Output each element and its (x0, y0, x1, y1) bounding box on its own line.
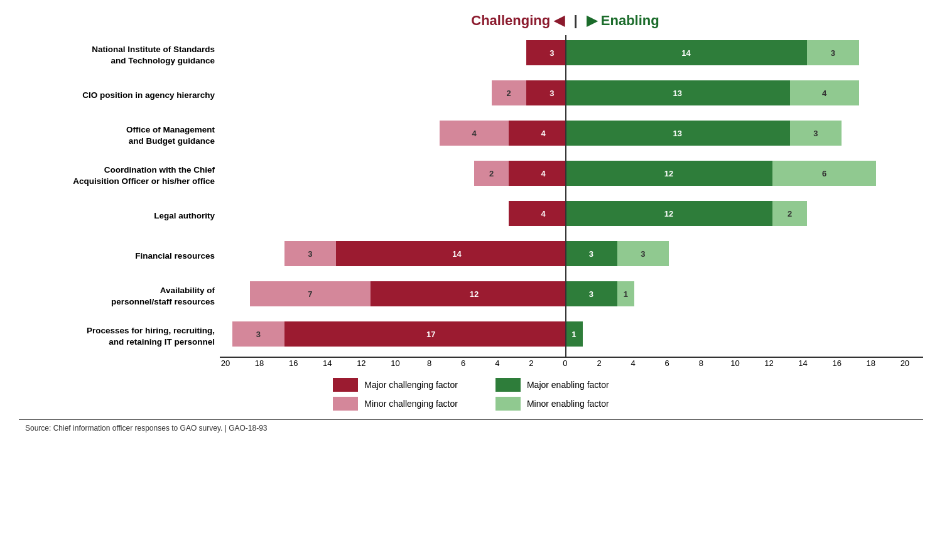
legend-item-left-1: Minor challenging factor (333, 397, 458, 411)
legend-box (495, 378, 521, 392)
major-enabling-bar: 13 (565, 121, 790, 145)
major-challenging-bar: 14 (336, 241, 578, 266)
legend-label: Major challenging factor (364, 380, 458, 390)
bar-row-4: 4122 (220, 196, 923, 231)
minor-challenging-bar: 2 (492, 80, 526, 105)
axis-label: 18 (254, 358, 265, 368)
axis-label: 20 (220, 358, 231, 368)
axis-label: 20 (899, 358, 911, 368)
minor-enabling-bar: 1 (617, 281, 635, 306)
row-label-4: Legal authority (19, 196, 220, 236)
legend-label: Major enabling factor (527, 380, 609, 390)
minor-enabling-bar: 2 (772, 201, 807, 225)
bar-row-0: 3143 (220, 35, 923, 70)
bar-row-6: 71231 (220, 276, 923, 311)
legend-label: Minor enabling factor (527, 399, 609, 409)
axis-label: 16 (831, 358, 843, 368)
axis-label: 18 (865, 358, 877, 368)
axis-label: 2 (526, 358, 537, 368)
title-enabling: Enabling (601, 13, 659, 28)
axis-label: 6 (458, 358, 469, 368)
major-enabling-bar: 12 (565, 161, 772, 185)
minor-enabling-bar: 3 (807, 40, 859, 65)
major-enabling-bar: 13 (565, 80, 790, 105)
minor-challenging-bar: 3 (232, 321, 284, 346)
minor-enabling-bar: 6 (772, 161, 876, 185)
row-label-6: Availability ofpersonnel/staff resources (19, 276, 220, 316)
arrow-left-icon: ◀ (554, 13, 565, 28)
major-enabling-bar: 3 (565, 241, 617, 266)
bar-row-7: 3171 (220, 316, 923, 352)
legend: Major challenging factorMinor challengin… (19, 378, 923, 411)
bar-row-3: 24126 (220, 156, 923, 191)
row-label-0: National Institute of Standardsand Techn… (19, 35, 220, 75)
axis-label: 14 (798, 358, 809, 368)
axis-label: 4 (627, 358, 639, 368)
minor-enabling-bar: 4 (790, 80, 859, 105)
row-label-1: CIO position in agency hierarchy (19, 75, 220, 116)
minor-challenging-bar: 4 (440, 121, 509, 145)
row-label-7: Processes for hiring, recruiting,and ret… (19, 316, 220, 357)
bars-area: 3143231344413324126412231433712313171 (220, 35, 923, 357)
major-enabling-bar: 1 (565, 321, 583, 346)
axis-label: 14 (322, 358, 333, 368)
arrow-right-icon: ▶ (587, 13, 601, 28)
minor-enabling-bar: 3 (617, 241, 669, 266)
axis-label: 12 (764, 358, 775, 368)
axis-label: 0 (560, 358, 571, 368)
chart-title: Challenging ◀ | ▶ Enabling (19, 13, 923, 29)
major-enabling-bar: 3 (565, 281, 617, 306)
legend-box (495, 397, 521, 411)
axis-label: 10 (729, 358, 740, 368)
legend-right: Major enabling factorMinor enabling fact… (495, 378, 609, 411)
minor-challenging-bar: 2 (474, 161, 509, 185)
axis-label: 6 (661, 358, 673, 368)
major-enabling-bar: 14 (565, 40, 807, 65)
minor-challenging-bar: 7 (250, 281, 371, 306)
row-label-3: Coordination with the ChiefAcquisition O… (19, 156, 220, 196)
legend-item-left-0: Major challenging factor (333, 378, 458, 392)
legend-box (333, 397, 358, 411)
title-challenging: Challenging (471, 13, 550, 28)
axis-label: 4 (492, 358, 503, 368)
axis-label: 10 (389, 358, 401, 368)
bar-row-5: 31433 (220, 236, 923, 271)
major-challenging-bar: 17 (284, 321, 578, 346)
axis-label: 2 (593, 358, 605, 368)
axis-label: 16 (288, 358, 299, 368)
row-label-2: Office of Managementand Budget guidance (19, 116, 220, 156)
axis-label: 8 (695, 358, 706, 368)
bar-row-1: 23134 (220, 75, 923, 110)
legend-item-right-1: Minor enabling factor (495, 397, 609, 411)
row-label-5: Financial resources (19, 236, 220, 276)
minor-enabling-bar: 3 (790, 121, 842, 145)
major-enabling-bar: 12 (565, 201, 772, 225)
legend-label: Minor challenging factor (364, 399, 458, 409)
bar-row-2: 44133 (220, 116, 923, 151)
major-challenging-bar: 12 (371, 281, 578, 306)
title-divider: | (573, 13, 581, 28)
legend-left: Major challenging factorMinor challengin… (333, 378, 458, 411)
row-labels: National Institute of Standardsand Techn… (19, 35, 220, 357)
chart-container: Challenging ◀ | ▶ Enabling National Inst… (0, 0, 942, 560)
source-text: Source: Chief information officer respon… (19, 419, 923, 433)
center-line (565, 35, 566, 357)
axis-label: 12 (355, 358, 367, 368)
legend-item-right-0: Major enabling factor (495, 378, 609, 392)
minor-challenging-bar: 3 (284, 241, 337, 266)
legend-box (333, 378, 358, 392)
axis-label: 8 (424, 358, 435, 368)
